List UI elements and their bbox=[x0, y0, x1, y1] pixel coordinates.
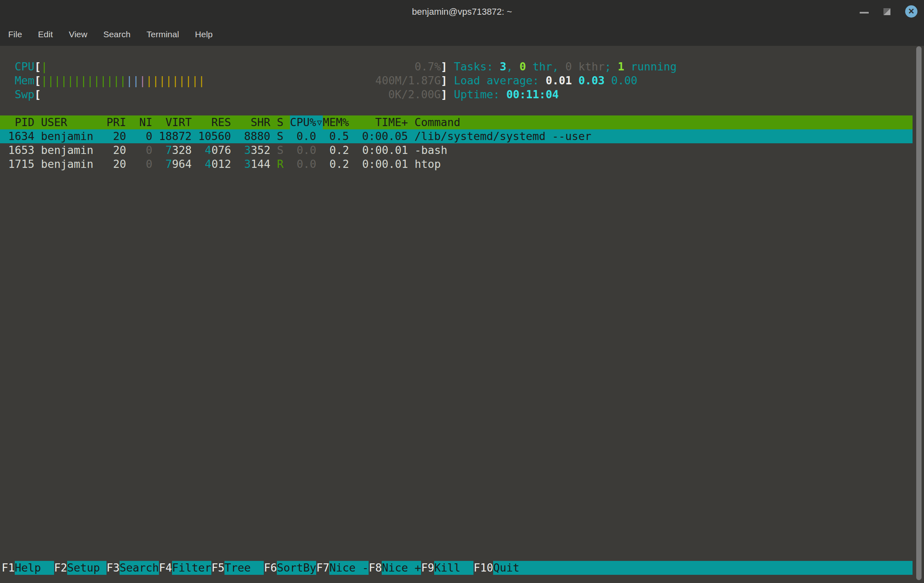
text-segment: 3 bbox=[244, 158, 251, 170]
text-segment: ||||||||| bbox=[146, 74, 205, 87]
fnlabel-setup[interactable]: Setup bbox=[67, 561, 106, 575]
scrollbar-thumb[interactable] bbox=[916, 46, 922, 580]
process-row[interactable]: 1653 benjamin 20 0 7328 4076 3352 S 0.0 … bbox=[0, 143, 447, 157]
text-segment: Mem bbox=[2, 74, 34, 87]
menu-item-help[interactable]: Help bbox=[192, 29, 215, 40]
fnlabel-kill[interactable]: Kill bbox=[434, 561, 473, 575]
sort-descending-icon: ▽ bbox=[316, 115, 323, 129]
text-segment bbox=[48, 60, 414, 73]
fnkey-F3[interactable]: F3 bbox=[106, 561, 120, 575]
text-segment: 1634 benjamin 20 0 18872 10560 8880 S 0.… bbox=[2, 129, 591, 143]
fnkey-F8[interactable]: F8 bbox=[369, 561, 382, 575]
text-segment: [ bbox=[34, 74, 41, 87]
text-segment: CPU bbox=[2, 60, 34, 73]
fnlabel-nice-[interactable]: Nice + bbox=[382, 561, 421, 575]
text-segment: [ bbox=[34, 88, 41, 101]
text-segment: 012 bbox=[211, 158, 231, 170]
text-segment: 0.0 bbox=[283, 144, 316, 156]
fnkey-F1[interactable]: F1 bbox=[2, 561, 15, 575]
menu-item-file[interactable]: File bbox=[6, 29, 25, 40]
text-segment: ||||||||||||| bbox=[41, 74, 126, 87]
process-table-header[interactable]: PID USER PRI NI VIRT RES SHR S CPU%▽MEM%… bbox=[0, 115, 913, 129]
close-button[interactable]: ✕ bbox=[905, 5, 917, 18]
menu-item-view[interactable]: View bbox=[66, 29, 90, 40]
window-title: benjamin@vps713872: ~ bbox=[0, 0, 924, 23]
text-segment: 4 bbox=[205, 158, 211, 170]
text-segment: [ bbox=[34, 60, 41, 73]
function-key-bar: F1Help F2Setup F3SearchF4FilterF5Tree F6… bbox=[0, 561, 913, 575]
terminal-screen[interactable]: CPU[| 0.7%] Tasks: 3, 0 thr, 0 kthr; 1 r… bbox=[0, 46, 924, 583]
maximize-button[interactable] bbox=[883, 8, 890, 15]
column-headers: MEM% TIME+ Command bbox=[323, 115, 460, 129]
text-segment: 0.00 bbox=[611, 74, 637, 87]
text-segment: 1 bbox=[618, 60, 624, 73]
text-segment bbox=[447, 74, 454, 87]
text-segment: 328 bbox=[172, 144, 192, 156]
text-segment: 352 bbox=[251, 144, 270, 156]
fnkey-F5[interactable]: F5 bbox=[211, 561, 224, 575]
text-segment: thr, bbox=[526, 60, 565, 73]
menu-bar: FileEditViewSearchTerminalHelp bbox=[0, 23, 924, 46]
text-segment: 0 kthr bbox=[565, 60, 605, 73]
fnlabel-sortby[interactable]: SortBy bbox=[277, 561, 316, 575]
text-segment: , bbox=[506, 60, 519, 73]
text-segment: | bbox=[41, 60, 48, 73]
text-segment: Swp bbox=[2, 88, 34, 101]
text-segment bbox=[192, 144, 205, 156]
text-segment bbox=[447, 88, 454, 101]
text-segment: 3 bbox=[244, 144, 251, 156]
titlebar[interactable]: benjamin@vps713872: ~ ✕ bbox=[0, 0, 924, 23]
fnlabel-nice-[interactable]: Nice - bbox=[329, 561, 369, 575]
text-segment: | bbox=[139, 74, 146, 87]
text-segment: 0 bbox=[133, 158, 152, 170]
text-segment: running bbox=[624, 60, 677, 73]
text-segment: R bbox=[277, 158, 283, 170]
text-segment: 964 bbox=[172, 158, 192, 170]
maximize-icon bbox=[883, 8, 890, 15]
swp-meter-line: Swp[ 0K/2.00G] Uptime: 00:11:04 bbox=[0, 88, 559, 102]
text-segment: 144 bbox=[251, 158, 270, 170]
text-segment: ] bbox=[441, 74, 447, 87]
fnkey-F4[interactable]: F4 bbox=[159, 561, 172, 575]
text-segment: 0.03 bbox=[578, 74, 605, 87]
text-segment bbox=[447, 60, 454, 73]
text-segment: 1715 benjamin 20 bbox=[2, 158, 133, 170]
text-segment bbox=[270, 144, 277, 156]
text-segment bbox=[152, 144, 165, 156]
process-row[interactable]: 1715 benjamin 20 0 7964 4012 3144 R 0.0 … bbox=[0, 157, 441, 171]
text-segment: 1653 benjamin 20 bbox=[2, 144, 133, 156]
minimize-button[interactable] bbox=[860, 9, 869, 14]
text-segment bbox=[572, 74, 578, 87]
process-row-selected[interactable]: 1634 benjamin 20 0 18872 10560 8880 S 0.… bbox=[0, 129, 913, 143]
fnkey-F7[interactable]: F7 bbox=[316, 561, 329, 575]
text-segment bbox=[231, 144, 244, 156]
column-headers: PID USER PRI NI VIRT RES SHR S bbox=[2, 115, 290, 129]
text-segment: 0 bbox=[519, 60, 526, 73]
fnkey-F2[interactable]: F2 bbox=[54, 561, 67, 575]
fnkey-F9[interactable]: F9 bbox=[421, 561, 434, 575]
minimize-icon bbox=[860, 12, 869, 14]
text-segment: ] bbox=[441, 88, 447, 101]
text-segment: ; bbox=[605, 60, 618, 73]
fnlabel-help[interactable]: Help bbox=[15, 561, 54, 575]
menu-item-edit[interactable]: Edit bbox=[36, 29, 55, 40]
fnkey-F10[interactable]: F10 bbox=[473, 561, 493, 575]
text-segment bbox=[152, 158, 165, 170]
text-segment: || bbox=[126, 74, 139, 87]
text-segment bbox=[205, 74, 375, 87]
text-segment: 0.2 bbox=[316, 158, 349, 170]
text-segment: htop bbox=[408, 158, 441, 170]
fnlabel-quit[interactable]: Quit bbox=[493, 561, 913, 575]
fnlabel-tree[interactable]: Tree bbox=[224, 561, 264, 575]
fnlabel-search[interactable]: Search bbox=[120, 561, 159, 575]
text-segment: ] bbox=[441, 60, 447, 73]
fnkey-F6[interactable]: F6 bbox=[264, 561, 277, 575]
fnlabel-filter[interactable]: Filter bbox=[172, 561, 211, 575]
text-segment: Load average: bbox=[454, 74, 546, 87]
text-segment: 0.0 bbox=[283, 158, 316, 170]
text-segment: 0.01 bbox=[546, 74, 572, 87]
text-segment bbox=[605, 74, 611, 87]
window-chrome: benjamin@vps713872: ~ ✕ FileEditViewSear… bbox=[0, 0, 924, 46]
menu-item-search[interactable]: Search bbox=[101, 29, 133, 40]
menu-item-terminal[interactable]: Terminal bbox=[144, 29, 181, 40]
